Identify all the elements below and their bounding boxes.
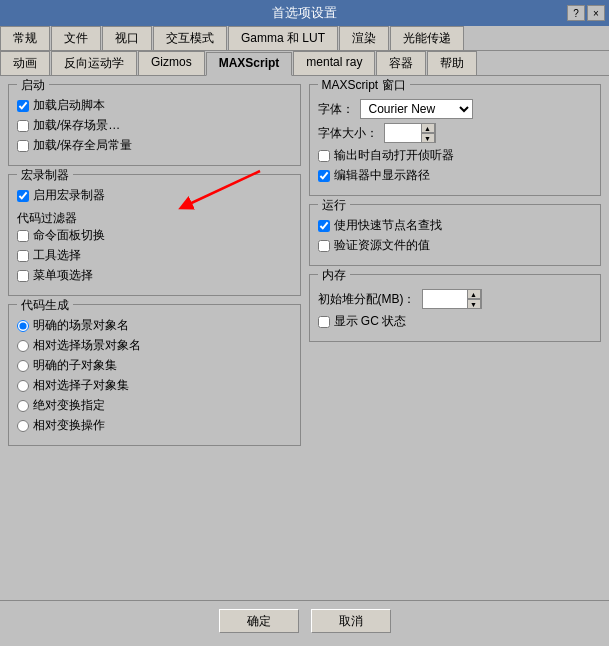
- radio-row-3: 相对选择子对象集: [17, 377, 292, 394]
- title-bar: 首选项设置 ? ×: [0, 0, 609, 26]
- tab-光能传递[interactable]: 光能传递: [390, 26, 464, 50]
- checkbox-label-0: 使用快速节点名查找: [334, 217, 442, 234]
- help-button[interactable]: ?: [567, 5, 585, 21]
- tab-maxscript[interactable]: MAXScript: [206, 52, 293, 76]
- checkbox-label-2: 加载/保存全局常量: [33, 137, 132, 154]
- editor-checkbox-row: 编辑器中显示路径: [318, 167, 593, 184]
- checkbox-row-2: 加载/保存全局常量: [17, 137, 292, 154]
- radio-3[interactable]: [17, 380, 29, 392]
- font-size-spinner[interactable]: 9 ▲ ▼: [384, 123, 436, 143]
- tab-gamma-和-lut[interactable]: Gamma 和 LUT: [228, 26, 338, 50]
- radio-row-4: 绝对变换指定: [17, 397, 292, 414]
- tab-mental-ray[interactable]: mental ray: [293, 51, 375, 75]
- heap-row: 初始堆分配(MB)： 15.0 ▲ ▼: [318, 289, 593, 309]
- startup-group: 启动 加载启动脚本加载/保存场景…加载/保存全局常量: [8, 84, 301, 166]
- radio-row-2: 明确的子对象集: [17, 357, 292, 374]
- filter-group-label: 代码过滤器: [17, 210, 292, 227]
- editor-checkbox[interactable]: [318, 170, 330, 182]
- tab-row-1: 常规文件视口交互模式Gamma 和 LUT渲染光能传递: [0, 26, 609, 51]
- tab-文件[interactable]: 文件: [51, 26, 101, 50]
- radio-label-3: 相对选择子对象集: [33, 377, 129, 394]
- heap-spinner[interactable]: 15.0 ▲ ▼: [422, 289, 482, 309]
- cancel-button[interactable]: 取消: [311, 609, 391, 633]
- checkbox-1[interactable]: [318, 240, 330, 252]
- left-panel: 启动 加载启动脚本加载/保存场景…加载/保存全局常量 宏录制器 启用宏录制器 代…: [8, 84, 301, 592]
- recorder-group: 宏录制器 启用宏录制器 代码过滤器 命令面板切换工具选择菜单项选择: [8, 174, 301, 296]
- radio-4[interactable]: [17, 400, 29, 412]
- window-title: 首选项设置: [272, 4, 337, 22]
- maxscript-window-group: MAXScript 窗口 字体： Courier NewArialConsola…: [309, 84, 602, 196]
- confirm-button[interactable]: 确定: [219, 609, 299, 633]
- radio-label-2: 明确的子对象集: [33, 357, 117, 374]
- run-group-title: 运行: [318, 197, 350, 214]
- font-label: 字体：: [318, 101, 354, 118]
- radio-5[interactable]: [17, 420, 29, 432]
- checkbox-label-0: 启用宏录制器: [33, 187, 105, 204]
- bottom-bar: 确定 取消: [0, 600, 609, 641]
- checkbox-0[interactable]: [318, 220, 330, 232]
- tab-动画[interactable]: 动画: [0, 51, 50, 75]
- startup-group-title: 启动: [17, 77, 49, 94]
- checkbox-row-2: 菜单项选择: [17, 267, 292, 284]
- tab-视口[interactable]: 视口: [102, 26, 152, 50]
- codegen-group: 代码生成 明确的场景对象名相对选择场景对象名明确的子对象集相对选择子对象集绝对变…: [8, 304, 301, 446]
- checkbox-row-0: 加载启动脚本: [17, 97, 292, 114]
- font-dropdown[interactable]: Courier NewArialConsolasLucida Console: [360, 99, 473, 119]
- radio-label-5: 相对变换操作: [33, 417, 105, 434]
- radio-label-4: 绝对变换指定: [33, 397, 105, 414]
- tab-渲染[interactable]: 渲染: [339, 26, 389, 50]
- checkbox-label-1: 工具选择: [33, 247, 81, 264]
- font-size-label: 字体大小：: [318, 125, 378, 142]
- memory-group-title: 内存: [318, 267, 350, 284]
- checkbox-label-1: 验证资源文件的值: [334, 237, 430, 254]
- checkbox-1[interactable]: [17, 250, 29, 262]
- output-checkbox[interactable]: [318, 150, 330, 162]
- checkbox-row-0: 命令面板切换: [17, 227, 292, 244]
- run-group: 运行 使用快速节点名查找验证资源文件的值: [309, 204, 602, 266]
- font-size-row: 字体大小： 9 ▲ ▼: [318, 123, 593, 143]
- checkbox-row-1: 验证资源文件的值: [318, 237, 593, 254]
- main-content: 启动 加载启动脚本加载/保存场景…加载/保存全局常量 宏录制器 启用宏录制器 代…: [0, 76, 609, 600]
- codegen-group-title: 代码生成: [17, 297, 73, 314]
- checkbox-2[interactable]: [17, 270, 29, 282]
- font-size-down-button[interactable]: ▼: [421, 133, 435, 143]
- right-panel: MAXScript 窗口 字体： Courier NewArialConsola…: [309, 84, 602, 592]
- heap-up-button[interactable]: ▲: [467, 289, 481, 299]
- checkbox-label-2: 菜单项选择: [33, 267, 93, 284]
- font-size-up-button[interactable]: ▲: [421, 123, 435, 133]
- gc-checkbox[interactable]: [318, 316, 330, 328]
- heap-input[interactable]: 15.0: [423, 290, 467, 308]
- checkbox-row-0: 启用宏录制器: [17, 187, 292, 204]
- checkbox-0[interactable]: [17, 190, 29, 202]
- tab-容器[interactable]: 容器: [376, 51, 426, 75]
- tab-gizmos[interactable]: Gizmos: [138, 51, 205, 75]
- checkbox-2[interactable]: [17, 140, 29, 152]
- tab-常规[interactable]: 常规: [0, 26, 50, 50]
- close-button[interactable]: ×: [587, 5, 605, 21]
- font-row: 字体： Courier NewArialConsolasLucida Conso…: [318, 99, 593, 119]
- output-checkbox-row: 输出时自动打开侦听器: [318, 147, 593, 164]
- radio-row-0: 明确的场景对象名: [17, 317, 292, 334]
- font-size-input[interactable]: 9: [385, 124, 421, 142]
- checkbox-label-0: 加载启动脚本: [33, 97, 105, 114]
- recorder-group-title: 宏录制器: [17, 167, 73, 184]
- maxscript-window-group-title: MAXScript 窗口: [318, 77, 410, 94]
- memory-group: 内存 初始堆分配(MB)： 15.0 ▲ ▼ 显示 GC 状态: [309, 274, 602, 342]
- heap-down-button[interactable]: ▼: [467, 299, 481, 309]
- tab-反向运动学[interactable]: 反向运动学: [51, 51, 137, 75]
- gc-label: 显示 GC 状态: [334, 313, 407, 330]
- checkbox-label-0: 命令面板切换: [33, 227, 105, 244]
- tab-row-2: 动画反向运动学GizmosMAXScriptmental ray容器帮助: [0, 51, 609, 76]
- checkbox-0[interactable]: [17, 230, 29, 242]
- radio-row-1: 相对选择场景对象名: [17, 337, 292, 354]
- radio-1[interactable]: [17, 340, 29, 352]
- radio-row-5: 相对变换操作: [17, 417, 292, 434]
- checkbox-1[interactable]: [17, 120, 29, 132]
- output-label: 输出时自动打开侦听器: [334, 147, 454, 164]
- radio-2[interactable]: [17, 360, 29, 372]
- checkbox-row-0: 使用快速节点名查找: [318, 217, 593, 234]
- tab-帮助[interactable]: 帮助: [427, 51, 477, 75]
- checkbox-0[interactable]: [17, 100, 29, 112]
- radio-0[interactable]: [17, 320, 29, 332]
- tab-交互模式[interactable]: 交互模式: [153, 26, 227, 50]
